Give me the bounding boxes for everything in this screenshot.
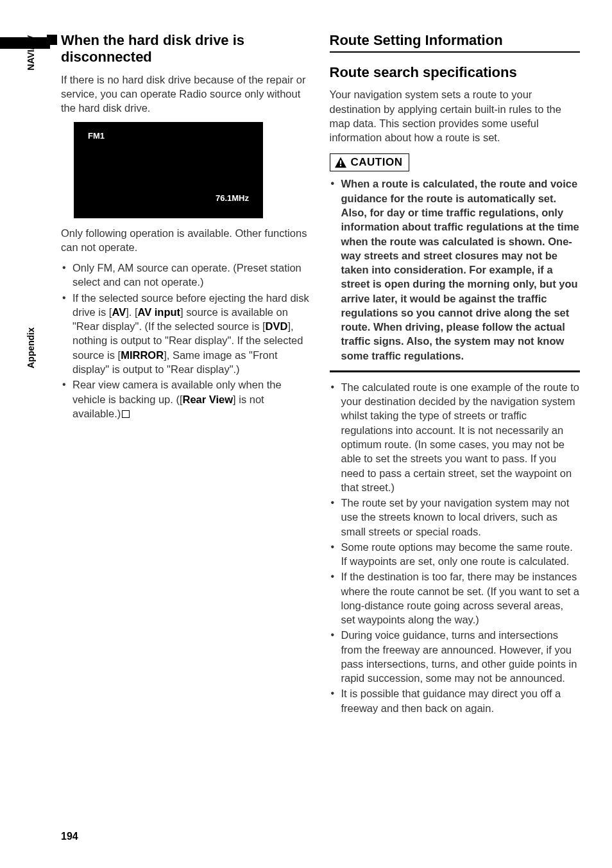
caution-bullet: When a route is calculated, the route an… xyxy=(330,177,581,362)
right-bullet-3: Some route options may become the same r… xyxy=(330,540,581,569)
right-bullet-6: It is possible that guidance may direct … xyxy=(330,686,581,715)
side-tab-appendix: Appendix xyxy=(26,327,36,369)
left-heading: When the hard disk drive is disconnected xyxy=(61,32,312,66)
side-tab-naviav: NAVI/AV xyxy=(26,35,36,71)
caution-box: CAUTION xyxy=(330,153,410,171)
svg-rect-1 xyxy=(339,165,341,166)
page-number: 194 xyxy=(61,831,78,842)
end-marker-icon xyxy=(122,410,130,418)
right-bullet-2: The route set by your navigation system … xyxy=(330,496,581,539)
right-bullet-4: If the destination is too far, there may… xyxy=(330,569,581,627)
right-intro: Your navigation system sets a route to y… xyxy=(330,87,581,144)
page-content: When the hard disk drive is disconnected… xyxy=(42,32,580,716)
left-bullet-1: Only FM, AM source can operate. (Preset … xyxy=(61,261,312,290)
warning-triangle-icon xyxy=(334,157,347,168)
left-bullet-3: Rear view camera is available only when … xyxy=(61,378,312,421)
left-intro: If there is no hard disk drive because o… xyxy=(61,73,312,116)
right-subheading: Route search specifications xyxy=(330,64,581,81)
caution-bullet-list: When a route is calculated, the route an… xyxy=(330,177,581,372)
caution-label: CAUTION xyxy=(351,156,403,169)
right-section-title: Route Setting Information xyxy=(330,32,581,53)
right-column: Route Setting Information Route search s… xyxy=(330,32,581,716)
right-bullet-1: The calculated route is one example of t… xyxy=(330,380,581,494)
right-bullet-5: During voice guidance, turns and interse… xyxy=(330,628,581,685)
radio-frequency-label: 76.1MHz xyxy=(216,193,249,203)
left-bullet-list: Only FM, AM source can operate. (Preset … xyxy=(61,261,312,421)
left-bullet-2: If the selected source before ejecting t… xyxy=(61,291,312,377)
svg-rect-0 xyxy=(339,161,341,164)
right-bullet-list: The calculated route is one example of t… xyxy=(330,380,581,715)
heading-accent-bar xyxy=(0,37,50,49)
left-column: When the hard disk drive is disconnected… xyxy=(61,32,312,716)
left-after-img: Only following operation is available. O… xyxy=(61,226,312,255)
radio-screenshot: FM1 76.1MHz xyxy=(74,122,263,218)
radio-band-label: FM1 xyxy=(88,131,105,141)
